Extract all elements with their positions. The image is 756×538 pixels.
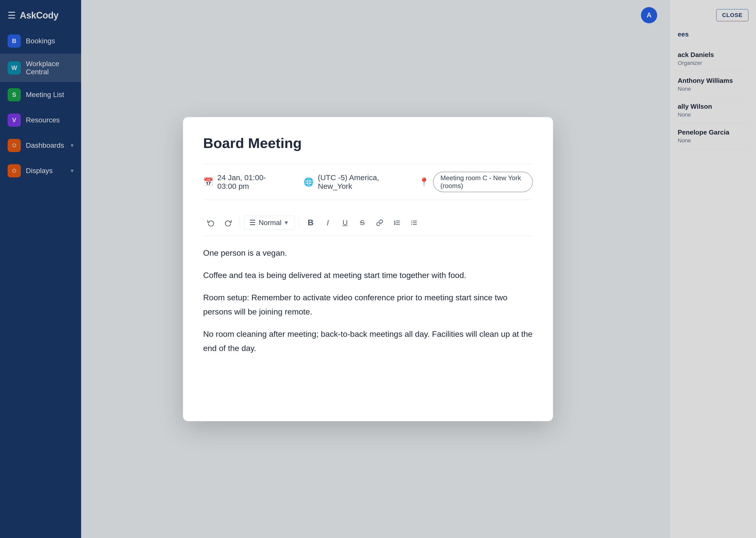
date-time-text: 24 Jan, 01:00-03:00 pm	[217, 173, 283, 190]
svg-point-7	[411, 222, 412, 223]
date-time-meta: 📅 24 Jan, 01:00-03:00 pm	[203, 173, 283, 190]
content-line-1: One person is a vegan.	[203, 246, 533, 260]
location-icon: 📍	[419, 177, 429, 187]
underline-button[interactable]: U	[338, 215, 353, 230]
strikethrough-button[interactable]: S	[355, 215, 370, 230]
svg-point-8	[411, 224, 412, 225]
modal-meta-row: 📅 24 Jan, 01:00-03:00 pm 🌐 (UTC -5) Amer…	[203, 164, 533, 200]
format-dropdown[interactable]: ☰ Normal ▾	[244, 216, 295, 230]
timezone-text: (UTC -5) America, New_York	[318, 173, 399, 190]
modal-title: Board Meeting	[203, 135, 533, 151]
content-line-2: Coffee and tea is being delivered at mee…	[203, 268, 533, 282]
format-align-icon: ☰	[249, 218, 256, 227]
toolbar-separator	[299, 218, 299, 228]
room-badge[interactable]: Meeting room C - New York (rooms)	[433, 172, 533, 192]
undo-button[interactable]	[203, 215, 218, 230]
calendar-icon: 📅	[203, 177, 213, 187]
content-line-3: Room setup: Remember to activate video c…	[203, 291, 533, 319]
editor-content[interactable]: One person is a vegan. Coffee and tea is…	[203, 246, 533, 355]
ordered-list-button[interactable]	[389, 215, 405, 230]
content-line-4: No room cleaning after meeting; back-to-…	[203, 327, 533, 355]
link-button[interactable]	[372, 215, 387, 230]
globe-icon: 🌐	[303, 177, 314, 187]
room-meta: 📍 Meeting room C - New York (rooms)	[419, 172, 533, 192]
modal: Board Meeting 📅 24 Jan, 01:00-03:00 pm 🌐…	[183, 117, 553, 421]
redo-button[interactable]	[221, 215, 236, 230]
svg-point-6	[411, 221, 412, 222]
italic-button[interactable]: I	[320, 215, 336, 230]
chevron-down-icon: ▾	[285, 219, 288, 227]
editor-toolbar: ☰ Normal ▾ B I U S	[203, 210, 533, 236]
bold-button[interactable]: B	[303, 215, 318, 230]
modal-overlay: Board Meeting 📅 24 Jan, 01:00-03:00 pm 🌐…	[0, 0, 756, 538]
unordered-list-button[interactable]	[406, 215, 422, 230]
format-label: Normal	[259, 219, 282, 227]
timezone-meta: 🌐 (UTC -5) America, New_York	[303, 173, 399, 190]
